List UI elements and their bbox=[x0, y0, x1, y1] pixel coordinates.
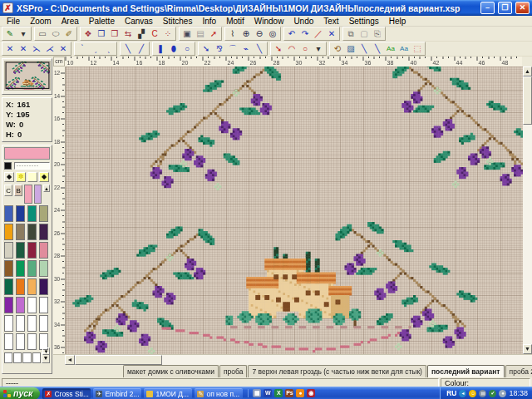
backstitch-tool-icon[interactable]: ➘ bbox=[200, 42, 213, 55]
vertical-stitch-icon[interactable]: ❚ bbox=[154, 42, 167, 55]
palette-swatch-pink[interactable] bbox=[24, 185, 32, 204]
font-small-tool-icon[interactable]: Aa bbox=[384, 42, 397, 55]
palette-swatch-r3c1[interactable] bbox=[16, 260, 25, 277]
palette-swatch-r4c3[interactable] bbox=[39, 278, 48, 295]
recent-color-3[interactable] bbox=[32, 352, 41, 363]
zoom-in-tool-icon[interactable]: ⊕ bbox=[239, 27, 253, 40]
zoom-actual-tool-icon[interactable]: ◎ bbox=[266, 27, 279, 40]
diag-stitch-tool-icon[interactable]: ╲ bbox=[253, 42, 266, 55]
tray-display-icon[interactable]: ▤ bbox=[479, 390, 486, 397]
quicklaunch-photoshop-icon[interactable]: Ps bbox=[285, 389, 293, 397]
palette-swatch-r5c3[interactable] bbox=[39, 297, 48, 313]
refresh-tool-icon[interactable]: ⟲ bbox=[331, 42, 344, 55]
tab-0[interactable]: макет домик с оливочками bbox=[123, 365, 219, 377]
french-knot-icon[interactable]: ⬮ bbox=[167, 42, 180, 55]
palette-swatch-r2c3[interactable] bbox=[39, 242, 48, 259]
palette-scroll-up[interactable]: ▲ bbox=[43, 185, 50, 192]
palette-scroll-down[interactable]: ▼ bbox=[42, 347, 50, 355]
tray-messenger-icon[interactable]: ◂ bbox=[459, 390, 466, 397]
copy-motif-tool-icon[interactable]: ❖ bbox=[81, 27, 95, 40]
mode-thread-button[interactable]: ✽ bbox=[16, 172, 26, 182]
duplicate-button-icon[interactable]: ⎘ bbox=[371, 27, 384, 40]
recent-color-0[interactable] bbox=[4, 352, 12, 363]
select-edit-tool-icon[interactable]: ✐ bbox=[62, 27, 76, 40]
palette-swatch-r4c1[interactable] bbox=[16, 278, 25, 295]
upright-cross-stitch-icon[interactable]: ✕ bbox=[57, 42, 70, 55]
three-quarter-stitch-2-icon[interactable]: ⋋ bbox=[30, 42, 43, 55]
menu-motif[interactable]: Motif bbox=[221, 16, 249, 27]
menu-canvas[interactable]: Canvas bbox=[120, 16, 158, 27]
menu-area[interactable]: Area bbox=[57, 16, 84, 27]
stitch-dropdown-icon[interactable]: ▾ bbox=[312, 42, 325, 55]
horizontal-scrollbar[interactable]: ◄ ► bbox=[53, 354, 532, 365]
bead-stitch-icon[interactable]: ○ bbox=[180, 42, 194, 55]
delete-tool-icon[interactable]: ✕ bbox=[325, 27, 338, 40]
long-stitch-tool-icon[interactable]: ⅋ bbox=[213, 42, 226, 55]
red-curve-tool-icon[interactable]: ◠ bbox=[285, 42, 298, 55]
line-style-tool-2-icon[interactable]: ╲ bbox=[371, 42, 384, 55]
quicklaunch-show-desktop-icon[interactable]: ▦ bbox=[253, 389, 261, 397]
vertical-scroll-thumb[interactable] bbox=[523, 76, 532, 125]
taskbar-task-1[interactable]: ✈Embird 2... bbox=[93, 388, 141, 399]
quarter-stitch-2-icon[interactable]: ˏ bbox=[89, 42, 102, 55]
paste-motif-tool-icon[interactable]: ❒ bbox=[95, 27, 108, 40]
tray-smiley-icon[interactable]: ☺ bbox=[469, 390, 476, 397]
palette-swatch-r2c2[interactable] bbox=[27, 242, 37, 259]
palette-swatch-r1c1[interactable] bbox=[16, 224, 25, 240]
print-tool-icon[interactable]: ▤ bbox=[194, 27, 207, 40]
b-mode-button[interactable]: B bbox=[14, 185, 22, 196]
menu-file[interactable]: File bbox=[2, 16, 25, 27]
palette-swatch-r4c2[interactable] bbox=[27, 278, 37, 295]
quarter-stitch-1-icon[interactable]: ˋ bbox=[76, 42, 89, 55]
quicklaunch-word-icon[interactable]: W bbox=[264, 389, 272, 397]
rotate-tool-icon[interactable]: C bbox=[148, 27, 161, 40]
tab-4[interactable]: проба 2 bbox=[505, 365, 532, 377]
palette-swatch-r1c2[interactable] bbox=[27, 224, 37, 240]
thread-style-field[interactable]: --------- bbox=[14, 162, 50, 170]
scroll-up-button[interactable]: ▲ bbox=[523, 66, 532, 76]
palette-swatch-r7c2[interactable] bbox=[27, 333, 37, 350]
current-color-swatch[interactable] bbox=[4, 147, 50, 160]
pattern-fill-tool-icon[interactable]: ▞ bbox=[135, 27, 148, 40]
fabric-tool-icon[interactable]: ⌇ bbox=[226, 27, 239, 40]
vertical-scrollbar[interactable]: ▲ ▼ bbox=[522, 66, 532, 354]
palette-swatch-r6c2[interactable] bbox=[27, 315, 37, 332]
palette-swatch-r6c0[interactable] bbox=[4, 315, 13, 332]
red-backstitch-tool-icon[interactable]: ➘ bbox=[272, 42, 285, 55]
palette-swatch-r7c1[interactable] bbox=[16, 333, 25, 350]
menu-undo[interactable]: Undo bbox=[288, 16, 318, 27]
tab-2[interactable]: 7 верхн левая гроздь (с частью ниж ветки… bbox=[248, 365, 426, 377]
palette-swatch-r3c2[interactable] bbox=[27, 260, 37, 277]
zoom-out-tool-icon[interactable]: ⊖ bbox=[253, 27, 266, 40]
select-lasso-tool-icon[interactable]: ⬭ bbox=[49, 27, 62, 40]
export-view-tool-icon[interactable]: ▣ bbox=[180, 27, 194, 40]
tray-antivirus-icon[interactable]: ✔ bbox=[489, 390, 496, 397]
recent-color-2[interactable] bbox=[22, 352, 31, 363]
black-color-swatch[interactable] bbox=[4, 162, 12, 170]
menu-info[interactable]: Info bbox=[197, 16, 221, 27]
new-page-button-icon[interactable]: ▢ bbox=[357, 27, 371, 40]
palette-swatch-lavender[interactable] bbox=[34, 185, 42, 204]
scroll-down-button[interactable]: ▼ bbox=[523, 344, 532, 354]
c-mode-button[interactable]: C bbox=[4, 185, 12, 196]
recent-color-1[interactable] bbox=[13, 352, 22, 363]
palette-swatch-r5c2[interactable] bbox=[27, 297, 37, 313]
palette-swatch-r3c3[interactable] bbox=[39, 260, 48, 277]
quicklaunch-excel-icon[interactable]: X bbox=[274, 389, 283, 397]
curve-stitch-tool-icon[interactable]: ⌒ bbox=[226, 42, 239, 55]
redo-button-icon[interactable]: ↷ bbox=[298, 27, 312, 40]
menu-window[interactable]: Window bbox=[249, 16, 289, 27]
language-indicator[interactable]: RU bbox=[446, 389, 456, 397]
line-style-tool-1-icon[interactable]: ╲ bbox=[357, 42, 371, 55]
scatter-tool-icon[interactable]: ⁘ bbox=[161, 27, 175, 40]
taskbar-task-0[interactable]: ✗Cross Sti... bbox=[42, 388, 91, 399]
stitch-canvas[interactable] bbox=[66, 66, 523, 354]
cut-motif-tool-icon[interactable]: ❒ bbox=[108, 27, 121, 40]
palette-swatch-r2c0[interactable] bbox=[4, 242, 13, 259]
menu-stitches[interactable]: Stitches bbox=[158, 16, 198, 27]
tray-update-icon[interactable]: ● bbox=[499, 390, 506, 397]
menu-palette[interactable]: Palette bbox=[84, 16, 120, 27]
menu-text[interactable]: Text bbox=[318, 16, 343, 27]
palette-swatch-r2c1[interactable] bbox=[16, 242, 25, 259]
palette-swatch-r1c0[interactable] bbox=[4, 224, 13, 240]
